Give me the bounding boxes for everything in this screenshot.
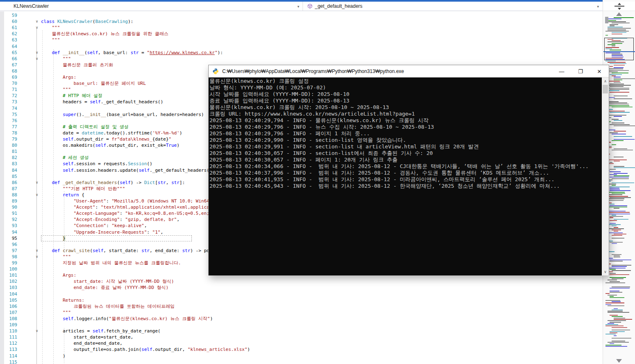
- code-text: "Connection": "keep-alive",: [41, 223, 147, 229]
- line-number: 102: [1, 278, 17, 284]
- line-number: 91: [1, 210, 17, 216]
- line-number: 67: [1, 62, 17, 68]
- code-text: self.output_dir = fr"data\klnews_{date}": [41, 136, 171, 142]
- current-line-highlight: [41, 235, 192, 241]
- code-text: self.session = requests.Session(): [41, 161, 152, 167]
- close-button[interactable]: ✕: [590, 65, 609, 77]
- code-text: 물류신문 크롤러 초기화: [41, 62, 113, 68]
- code-line[interactable]: 66∨ """: [0, 56, 603, 62]
- fold-collapse-icon[interactable]: ∨: [34, 248, 40, 254]
- code-line[interactable]: 109: [0, 322, 603, 328]
- code-text: end_date: 종료 날짜 (YYYY-MM-DD 형식): [41, 284, 168, 291]
- scroll-down-icon[interactable]: ∨: [602, 268, 609, 275]
- code-text: """기본 HTTP 헤더 반환""": [41, 186, 125, 192]
- code-line[interactable]: 103 end_date: 종료 날짜 (YYYY-MM-DD 형식): [0, 284, 603, 291]
- code-text: headers = self._get_default_headers(): [41, 99, 163, 105]
- code-line[interactable]: 112 end_date=end_date,: [0, 340, 603, 346]
- line-number: 75: [1, 111, 17, 118]
- member-dropdown-label: _get_default_headers: [315, 3, 362, 9]
- line-number: 74: [1, 105, 17, 111]
- code-line[interactable]: 105 Returns:: [0, 297, 603, 303]
- line-number: 73: [1, 99, 17, 105]
- code-line[interactable]: 61∨ """: [0, 25, 603, 31]
- code-line[interactable]: 104: [0, 291, 603, 297]
- code-line[interactable]: 107 """: [0, 309, 603, 316]
- code-line[interactable]: 114 ): [0, 353, 603, 359]
- line-number: 64: [1, 43, 17, 50]
- line-number: 92: [1, 216, 17, 223]
- code-text: """: [41, 56, 71, 62]
- line-number: 71: [1, 86, 17, 93]
- line-number: 111: [1, 334, 17, 340]
- line-number: 98: [1, 254, 17, 260]
- member-dropdown[interactable]: _get_default_headers ▾: [303, 2, 602, 11]
- line-number: 96: [1, 241, 17, 248]
- code-text: self.logger.info("물류신문(klnews.co.kr) 뉴스 …: [41, 316, 213, 322]
- line-number: 93: [1, 223, 17, 229]
- code-line[interactable]: 63 """: [0, 37, 603, 43]
- fold-collapse-icon[interactable]: ∨: [34, 56, 40, 62]
- line-number: 59: [1, 12, 17, 18]
- scope-dropdown[interactable]: KLNewsCrawler ▾: [0, 2, 303, 11]
- code-text: self.session.headers.update(self._get_de…: [41, 167, 215, 173]
- line-number: 100: [1, 266, 17, 272]
- fold-collapse-icon[interactable]: ∨: [34, 25, 40, 31]
- code-line[interactable]: 65∨ def __init__(self, base_url: str = "…: [0, 50, 603, 56]
- navigation-bar: KLNewsCrawler ▾ _get_default_headers ▾: [0, 2, 603, 11]
- code-text: 물류신문(klnews.co.kr) 뉴스 크롤링을 위한 클래스: [41, 31, 168, 37]
- minimap-caret-line: [603, 51, 635, 52]
- scroll-up-icon[interactable]: ∧: [602, 78, 609, 84]
- fold-collapse-icon[interactable]: ∨: [34, 192, 40, 198]
- code-line[interactable]: 113 output_file=os.path.join(self.output…: [0, 346, 603, 353]
- minimize-button[interactable]: —: [552, 65, 571, 77]
- code-line[interactable]: 59: [0, 12, 603, 18]
- code-text: super().__init__(base_url=base_url, head…: [41, 111, 204, 118]
- fold-collapse-icon[interactable]: ∨: [34, 18, 40, 25]
- fold-collapse-icon[interactable]: ∨: [34, 180, 40, 186]
- code-text: def __init__(self, base_url: str = "http…: [41, 50, 223, 56]
- code-line[interactable]: 102 start_date: 시작 날짜 (YYYY-MM-DD 형식): [0, 278, 603, 284]
- console-scrollbar[interactable]: ∧ ∨: [602, 77, 609, 275]
- fold-collapse-icon[interactable]: ∨: [34, 254, 40, 260]
- scroll-down-icon[interactable]: [616, 359, 622, 363]
- code-text: Args:: [41, 74, 76, 80]
- code-line[interactable]: 64: [0, 43, 603, 50]
- code-text: output_file=os.path.join(self.output_dir…: [41, 346, 250, 353]
- line-number: 65: [1, 50, 17, 56]
- code-line[interactable]: 62 물류신문(klnews.co.kr) 뉴스 크롤링을 위한 클래스: [0, 31, 603, 37]
- line-number: 109: [1, 322, 17, 328]
- code-text: Returns:: [41, 297, 84, 303]
- code-text: "Accept-Language": "ko-KR,ko;q=0.8,en-US…: [41, 210, 215, 216]
- line-number: 110: [1, 328, 17, 334]
- line-number: 69: [1, 74, 17, 80]
- console-window: C:₩Users₩phylo₩AppData₩Local₩Programs₩Py…: [208, 65, 609, 275]
- code-line[interactable]: 106 크롤링된 뉴스 데이터를 포함하는 데이터프레임: [0, 303, 603, 309]
- console-output-area[interactable]: 물류신문(klnews.co.kr) 크롤링 설정 날짜 형식: YYYY-MM…: [209, 77, 609, 275]
- code-text: start_date: 시작 날짜 (YYYY-MM-DD 형식): [41, 278, 174, 284]
- code-line[interactable]: 60∨class KLNewsCrawler(BaseCrawling):: [0, 18, 603, 25]
- code-line[interactable]: 110∨ articles = self.fetch_by_date_range…: [0, 328, 603, 334]
- line-number: 84: [1, 167, 17, 173]
- line-number: 76: [1, 118, 17, 124]
- line-number: 81: [1, 148, 17, 155]
- fold-collapse-icon[interactable]: ∨: [34, 328, 40, 334]
- line-number: 114: [1, 353, 17, 359]
- code-line[interactable]: 108 self.logger.info("물류신문(klnews.co.kr)…: [0, 316, 603, 322]
- fold-collapse-icon[interactable]: ∨: [34, 50, 40, 56]
- console-title-bar[interactable]: C:₩Users₩phylo₩AppData₩Local₩Programs₩Py…: [209, 65, 609, 77]
- line-number: 90: [1, 204, 17, 210]
- method-cube-icon: [307, 3, 313, 9]
- ide-window: KLNewsCrawler ▾ _get_default_headers ▾ 5…: [0, 0, 635, 364]
- minimap-viewport[interactable]: [604, 38, 634, 60]
- line-number: 87: [1, 186, 17, 192]
- code-line[interactable]: 115: [0, 359, 603, 364]
- scrollbar-thumb[interactable]: [603, 85, 608, 93]
- code-text: return {: [41, 192, 84, 198]
- line-number: 72: [1, 93, 17, 99]
- console-title: C:₩Users₩phylo₩AppData₩Local₩Programs₩Py…: [222, 68, 404, 74]
- python-icon: [212, 68, 219, 75]
- code-line[interactable]: 111 start_date=start_date,: [0, 334, 603, 340]
- maximize-button[interactable]: ❐: [571, 65, 590, 77]
- line-number: 70: [1, 80, 17, 86]
- line-number: 115: [1, 359, 17, 364]
